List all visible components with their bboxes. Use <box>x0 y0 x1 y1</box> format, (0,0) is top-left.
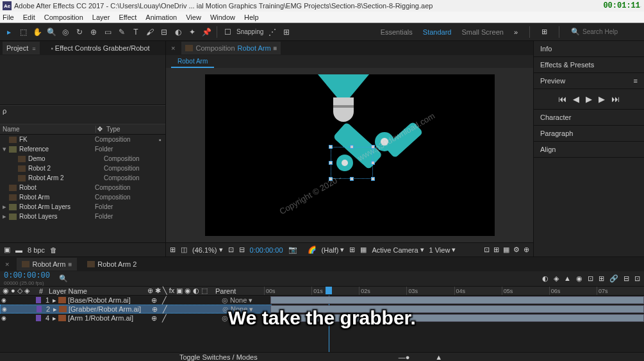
menu-edit[interactable]: Edit <box>23 13 35 21</box>
view-dropdown[interactable]: 1 View ▾ <box>429 246 456 254</box>
panel-info[interactable]: Info <box>534 41 644 57</box>
vf-icon2[interactable]: ⊞ <box>493 246 499 254</box>
comp-subtab[interactable]: Robot Arm <box>171 56 214 68</box>
vf-icon3[interactable]: ▦ <box>503 246 509 254</box>
tab-effect-controls[interactable]: ▪ Effect Controls Grabber/Robot <box>47 42 154 55</box>
orbit-tool-icon[interactable]: ◎ <box>60 27 70 37</box>
workspace-sync-icon[interactable]: ⊞ <box>541 28 547 36</box>
panel-align[interactable]: Align <box>534 142 644 158</box>
toggle-switches[interactable]: Toggle Switches / Modes <box>179 353 258 361</box>
tl-icon6[interactable]: ⊞ <box>599 274 604 283</box>
search-input[interactable] <box>582 28 640 35</box>
selection-tool-icon[interactable]: ⬚ <box>18 27 28 37</box>
project-search-input[interactable] <box>3 115 163 122</box>
grid-icon[interactable]: ⊞ <box>170 246 176 254</box>
mask-icon[interactable]: ◫ <box>181 246 187 254</box>
snap-toggle-icon[interactable]: ☐ <box>222 27 233 37</box>
snap-opt2-icon[interactable]: ⊞ <box>281 27 292 37</box>
menu-layer[interactable]: Layer <box>92 13 110 21</box>
workspace-chevron-icon[interactable]: » <box>514 28 518 36</box>
panel-preview[interactable]: Preview≡ <box>534 73 644 89</box>
menu-file[interactable]: File <box>3 13 14 21</box>
puppet-tool-icon[interactable]: 📌 <box>201 27 211 37</box>
tab-project[interactable]: Project≡ <box>3 42 40 55</box>
hand-tool-icon[interactable]: ✋ <box>32 27 42 37</box>
snapshot-icon[interactable]: 📷 <box>288 246 297 254</box>
menu-help[interactable]: Help <box>244 13 259 21</box>
tl-icon7[interactable]: 🔗 <box>609 274 618 283</box>
zoom-in-icon[interactable]: ▲ <box>435 353 442 361</box>
menu-window[interactable]: Window <box>210 13 235 21</box>
folder-icon[interactable]: ▬ <box>15 246 22 254</box>
menu-view[interactable]: View <box>186 13 201 21</box>
tl-icon8[interactable]: ⊟ <box>623 274 629 283</box>
home-tool-icon[interactable]: ▸ <box>4 27 14 37</box>
vf-icon5[interactable]: ⊕ <box>524 246 529 254</box>
comp-tab[interactable]: Composition Robot Arm ≡ <box>181 42 281 55</box>
vf-icon1[interactable]: ⊡ <box>484 246 490 254</box>
canvas[interactable]: www.p30download.com Copyright © 2020 - <box>205 74 495 236</box>
project-search[interactable]: ρ <box>0 105 165 124</box>
roto-tool-icon[interactable]: ✦ <box>187 27 197 37</box>
first-frame-button[interactable]: ⏮ <box>558 94 566 104</box>
last-frame-button[interactable]: ⏭ <box>611 94 620 104</box>
zoom-dropdown[interactable]: (46.1%) ▾ <box>192 246 223 254</box>
tl-icon3[interactable]: ▲ <box>564 274 571 283</box>
timeline-tab-1[interactable]: Robot Arm ≡ <box>17 258 77 271</box>
search-timeline-icon[interactable]: 🔍 <box>59 274 68 283</box>
stamp-tool-icon[interactable]: ⊟ <box>159 27 169 37</box>
project-row[interactable]: Robot ArmComposition <box>0 192 165 202</box>
timeline-tick[interactable]: 01s <box>311 287 359 295</box>
timeline-tick[interactable]: 02s <box>359 287 406 295</box>
project-row[interactable]: ▸Robot Arm LayersFolder <box>0 202 165 212</box>
next-frame-button[interactable]: ▶ <box>599 94 605 104</box>
trash-icon[interactable]: 🗑 <box>50 246 57 254</box>
interpret-icon[interactable]: ▣ <box>4 246 10 254</box>
snap-opt1-icon[interactable]: ⋰ <box>267 27 277 37</box>
tl-icon1[interactable]: ◐ <box>542 274 549 283</box>
rotate-tool-icon[interactable]: ↻ <box>74 27 85 37</box>
tl-icon2[interactable]: ◈ <box>554 274 559 283</box>
res-icon[interactable]: ⊡ <box>228 246 234 254</box>
workspace-standard[interactable]: Standard <box>423 28 452 36</box>
workspace-small[interactable]: Small Screen <box>461 28 503 36</box>
panel-effects[interactable]: Effects & Presets <box>534 57 644 73</box>
current-time[interactable]: 0:00:00:00 <box>250 246 283 254</box>
timecode[interactable]: 0:00:00:00 <box>4 271 50 280</box>
timeline-tick[interactable]: 00s <box>264 287 311 295</box>
col-type[interactable]: Type <box>104 126 123 133</box>
prev-frame-button[interactable]: ◀ <box>573 94 579 104</box>
zoom-out-icon[interactable]: —● <box>399 353 410 361</box>
brush-tool-icon[interactable]: 🖌 <box>145 27 155 37</box>
panel-character[interactable]: Character <box>534 110 644 126</box>
anchor-tool-icon[interactable]: ⊕ <box>88 27 99 37</box>
region-icon[interactable]: ⊞ <box>349 246 355 254</box>
transparency-icon[interactable]: ▦ <box>360 246 367 254</box>
tl-icon9[interactable]: ⊡ <box>634 274 640 283</box>
composition-viewer[interactable]: www.p30download.com Copyright © 2020 - <box>166 68 533 242</box>
tl-icon4[interactable]: ◉ <box>576 274 582 283</box>
guides-icon[interactable]: ⊟ <box>239 246 245 254</box>
res-dropdown[interactable]: (Half) ▾ <box>322 246 345 254</box>
project-row[interactable]: RobotComposition <box>0 183 165 192</box>
vf-icon4[interactable]: ⚙ <box>513 246 520 254</box>
timeline-tab-2[interactable]: Robot Arm 2 <box>82 258 142 271</box>
camera-dropdown[interactable]: Active Camera ▾ <box>372 246 424 254</box>
zoom-tool-icon[interactable]: 🔍 <box>46 27 56 37</box>
timeline-layer-row[interactable]: ◉1▸[Base/Robot Arm.ai]⊕╱◎ None ▾ <box>0 296 644 305</box>
timeline-tick[interactable]: 07s <box>597 287 644 295</box>
tl-icon5[interactable]: ⊡ <box>588 274 593 283</box>
pen-tool-icon[interactable]: ✎ <box>117 27 127 37</box>
selection-box[interactable] <box>331 147 373 179</box>
snapping-label[interactable]: Snapping <box>236 28 263 35</box>
menu-effect[interactable]: Effect <box>119 13 136 21</box>
bpc-label[interactable]: 8 bpc <box>28 246 45 254</box>
timeline-tick[interactable]: 06s <box>549 287 597 295</box>
project-row[interactable]: Robot Arm 2Composition <box>0 173 165 183</box>
menu-composition[interactable]: Composition <box>44 13 83 21</box>
shape-tool-icon[interactable]: ▭ <box>103 27 113 37</box>
workspace-essentials[interactable]: Essentials <box>381 28 413 36</box>
project-row[interactable]: Robot 2Composition <box>0 164 165 173</box>
panel-paragraph[interactable]: Paragraph <box>534 126 644 142</box>
type-tool-icon[interactable]: T <box>131 27 141 37</box>
